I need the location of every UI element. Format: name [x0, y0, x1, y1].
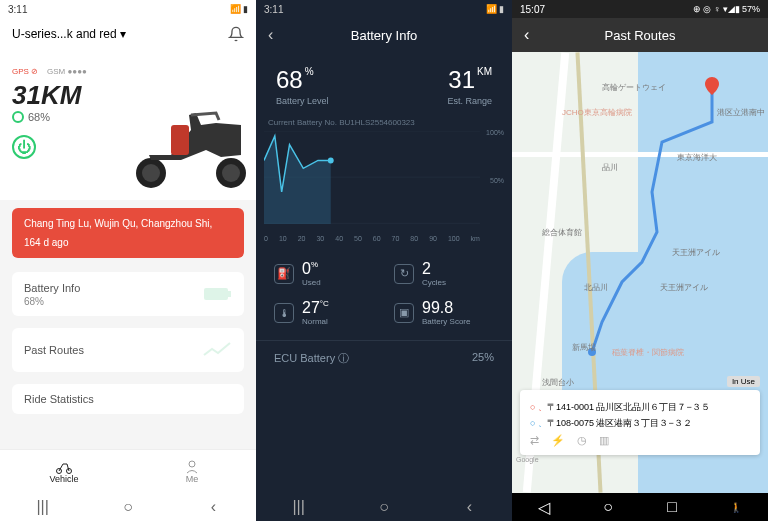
alert-card[interactable]: Chang Ting Lu, Wujin Qu, Changzhou Shi, … [12, 208, 244, 258]
accessibility-icon[interactable]: 🚶 [729, 500, 743, 514]
metric-cycles: ↻ 2Cycles [394, 260, 494, 287]
status-icons: ⊕ ◎ ♀ ▾◢▮57% [693, 4, 760, 14]
home-icon[interactable]: ○ [377, 500, 391, 514]
scooter-image [121, 95, 256, 190]
recent-apps-icon[interactable]: ||| [36, 500, 50, 514]
bottom-nav: Vehicle Me [0, 449, 256, 493]
back-icon[interactable]: ‹ [462, 500, 476, 514]
screen-header: ‹ Past Routes [512, 18, 768, 52]
points-icon: ▥ [599, 434, 609, 447]
card-stats[interactable]: Ride Statistics [12, 384, 244, 414]
pin-end-icon [705, 77, 719, 95]
metric-used: ⛽ 0%Used [274, 260, 374, 287]
system-bar: ||| ○ ‹ [256, 493, 512, 521]
status-time: 3:11 [8, 4, 27, 15]
card-battery[interactable]: Battery Info 68% [12, 272, 244, 316]
metrics-grid: ⛽ 0%Used ↻ 2Cycles 🌡 27°CNormal ▣ 99.8Ba… [256, 246, 512, 340]
recent-apps-icon[interactable]: ||| [292, 500, 306, 514]
recent-apps-icon[interactable]: □ [665, 500, 679, 514]
screen-header: ‹ Battery Info [256, 18, 512, 52]
route-metrics: ⇄⚡◷▥ [530, 434, 750, 447]
svg-point-3 [222, 164, 240, 182]
card-sub: 68% [24, 296, 232, 307]
power-button[interactable]: ⏻ [12, 135, 36, 159]
temp-icon: 🌡 [274, 303, 294, 323]
nav-vehicle[interactable]: Vehicle [0, 450, 128, 493]
system-bar: ||| ○ ‹ [0, 493, 256, 521]
status-time: 15:07 [520, 4, 545, 15]
person-icon [185, 460, 199, 474]
card-title: Battery Info [24, 282, 232, 294]
end-address: ○ 、〒108-0075 港区港南３丁目３−３２ [530, 417, 750, 430]
card-routes[interactable]: Past Routes [12, 328, 244, 372]
alert-location: Chang Ting Lu, Wujin Qu, Changzhou Shi, [24, 218, 232, 229]
start-address: ○ 、〒141-0001 品川区北品川６丁目７−３５ [530, 401, 750, 414]
svg-rect-6 [228, 291, 231, 297]
status-icons: 📶▮ [486, 4, 504, 14]
metric-temp: 🌡 27°CNormal [274, 299, 374, 326]
status-time: 3:11 [264, 4, 283, 15]
chart-svg [264, 131, 480, 224]
home-icon[interactable]: ○ [121, 500, 135, 514]
top-stats: 68% Battery Level 31KM Est. Range [256, 52, 512, 112]
card-title: Ride Statistics [24, 393, 232, 405]
back-icon[interactable]: ‹ [206, 500, 220, 514]
gps-status: GPS ⊘ [12, 67, 38, 76]
score-icon: ▣ [394, 303, 414, 323]
battery-chart: 100% 50% 0102030405060708090100km [264, 131, 504, 246]
svg-rect-5 [204, 288, 228, 300]
status-bar: 15:07 ⊕ ◎ ♀ ▾◢▮57% [512, 0, 768, 18]
svg-point-1 [142, 164, 160, 182]
distance-icon: ⇄ [530, 434, 539, 447]
svg-point-13 [328, 158, 334, 164]
bell-icon[interactable] [228, 26, 244, 42]
vehicle-icon [55, 460, 73, 474]
screen-title: Battery Info [268, 28, 500, 43]
chart-icon [202, 341, 232, 359]
status-icons: 📶▮ [230, 4, 248, 14]
metric-score: ▣ 99.8Battery Score [394, 299, 494, 326]
alert-time: 164 d ago [24, 237, 232, 248]
phone-home: 3:11 📶▮ U-series...k and red ▾ GPS ⊘ GSM… [0, 0, 256, 521]
nav-me[interactable]: Me [128, 450, 256, 493]
map-view[interactable]: 高輪ゲートウェイ JCHO東京高輪病院 港区立港南中 品川 東京海洋大 総合体育… [512, 52, 768, 493]
system-bar: ◁ ○ □ 🚶 [512, 493, 768, 521]
map-attribution: Google [516, 456, 539, 463]
battery-number: Current Battery No. BU1HLS2554600323 [256, 118, 512, 127]
phone-battery-info: 3:11 📶▮ ‹ Battery Info 68% Battery Level… [256, 0, 512, 521]
status-bar: 3:11 📶▮ [256, 0, 512, 18]
card-title: Past Routes [24, 344, 232, 356]
svg-rect-4 [171, 125, 189, 155]
ecu-row[interactable]: ECU Battery ⓘ 25% [256, 340, 512, 376]
app-header: U-series...k and red ▾ [0, 18, 256, 50]
screen-title: Past Routes [524, 28, 756, 43]
hero-panel: GPS ⊘ GSM ●●●● 31KM 68% ⏻ [0, 50, 256, 200]
back-icon[interactable]: ◁ [537, 500, 551, 514]
stat-range: 31KM Est. Range [447, 66, 492, 106]
time-icon: ◷ [577, 434, 587, 447]
vehicle-selector[interactable]: U-series...k and red ▾ [12, 27, 126, 41]
chart-x-axis: 0102030405060708090100km [264, 235, 480, 242]
battery-icon [204, 286, 232, 302]
fuel-icon: ⛽ [274, 264, 294, 284]
status-bar: 3:11 📶▮ [0, 0, 256, 18]
svg-point-9 [189, 461, 195, 467]
in-use-badge: In Use [727, 376, 760, 387]
route-info-card[interactable]: In Use ○ 、〒141-0001 品川区北品川６丁目７−３５ ○ 、〒10… [520, 390, 760, 455]
cycle-icon: ↻ [394, 264, 414, 284]
gsm-status: GSM ●●●● [47, 67, 87, 76]
phone-past-routes: 15:07 ⊕ ◎ ♀ ▾◢▮57% ‹ Past Routes 高輪ゲートウェ… [512, 0, 768, 521]
home-icon[interactable]: ○ [601, 500, 615, 514]
stat-level: 68% Battery Level [276, 66, 329, 106]
speed-icon: ⚡ [551, 434, 565, 447]
